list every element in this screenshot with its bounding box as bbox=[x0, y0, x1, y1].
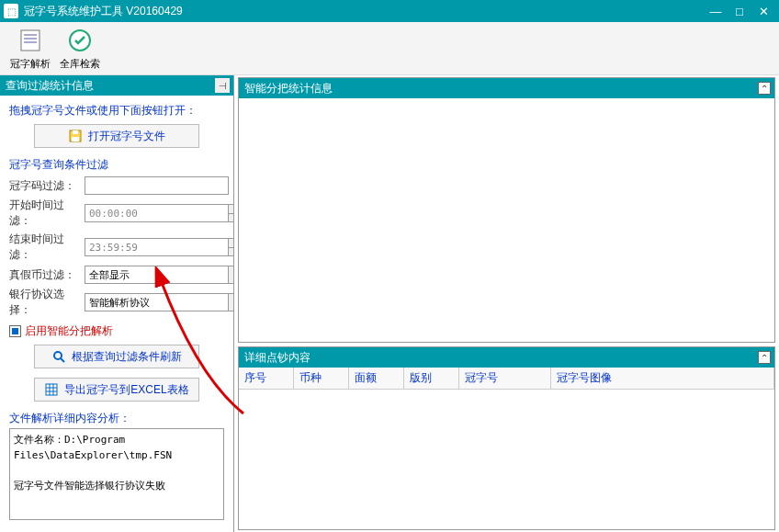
chevron-down-icon[interactable]: ▼ bbox=[229, 293, 233, 311]
analysis-log[interactable]: 文件名称：D:\Program Files\DataExplorer\tmp.F… bbox=[9, 428, 224, 520]
start-time-input[interactable] bbox=[85, 204, 229, 222]
floppy-icon bbox=[68, 129, 83, 143]
filter-panel-title: 查询过滤统计信息 bbox=[6, 78, 94, 94]
code-filter-label: 冠字码过滤： bbox=[9, 178, 85, 194]
svg-rect-1 bbox=[24, 34, 37, 36]
pin-icon[interactable]: ⊣ bbox=[215, 78, 230, 93]
real-filter-label: 真假币过滤： bbox=[9, 267, 85, 283]
app-icon: ⬚ bbox=[4, 4, 18, 18]
start-time-spinner[interactable]: ▲▼ bbox=[229, 204, 233, 222]
smart-stats-body bbox=[239, 98, 774, 342]
search-tool-button[interactable]: 全库检索 bbox=[55, 24, 105, 73]
checkbox-icon bbox=[9, 325, 21, 337]
open-file-label: 打开冠字号文件 bbox=[88, 129, 165, 144]
svg-rect-10 bbox=[46, 384, 57, 395]
detail-table-body bbox=[239, 390, 774, 529]
chevron-down-icon[interactable]: ▼ bbox=[229, 266, 233, 284]
collapse-up-icon[interactable]: ⌃ bbox=[758, 351, 771, 364]
refresh-button[interactable]: 根据查询过滤条件刷新 bbox=[34, 345, 199, 368]
log-line: 冠字号文件智能选择银行协议失败 bbox=[14, 479, 220, 494]
bank-protocol-select[interactable] bbox=[85, 293, 229, 311]
svg-rect-0 bbox=[21, 30, 40, 51]
svg-line-9 bbox=[61, 358, 64, 362]
window-title: 冠字号系统维护工具 V20160429 bbox=[24, 4, 704, 19]
end-time-spinner[interactable]: ▲▼ bbox=[229, 238, 233, 256]
end-time-input[interactable] bbox=[85, 238, 229, 256]
parse-tool-label: 冠字解析 bbox=[10, 57, 51, 71]
svg-rect-6 bbox=[73, 130, 78, 134]
detail-header: 详细点钞内容 ⌃ bbox=[239, 347, 774, 368]
detail-panel: 详细点钞内容 ⌃ 序号 币种 面额 版别 冠字号 冠字号图像 bbox=[238, 346, 775, 530]
open-file-button[interactable]: 打开冠字号文件 bbox=[34, 124, 199, 148]
left-panel: 查询过滤统计信息 ⊣ 拖拽冠字号文件或使用下面按钮打开： 打开冠字号文件 冠字号… bbox=[0, 75, 234, 532]
drag-hint: 拖拽冠字号文件或使用下面按钮打开： bbox=[9, 103, 224, 119]
start-time-label: 开始时间过滤： bbox=[9, 198, 85, 229]
export-label: 导出冠字号到EXCEL表格 bbox=[64, 382, 188, 398]
svg-rect-2 bbox=[24, 38, 37, 40]
smart-parse-label: 启用智能分把解析 bbox=[25, 323, 113, 339]
collapse-up-icon[interactable]: ⌃ bbox=[758, 82, 771, 95]
sheet-icon bbox=[16, 26, 45, 55]
right-panel: 智能分把统计信息 ⌃ 详细点钞内容 ⌃ 序号 币种 面额 版别 冠字号 冠字号图… bbox=[234, 75, 779, 532]
search-tool-label: 全库检索 bbox=[60, 57, 100, 71]
col-image[interactable]: 冠字号图像 bbox=[551, 368, 774, 389]
svg-rect-7 bbox=[72, 137, 79, 141]
smart-stats-header: 智能分把统计信息 ⌃ bbox=[239, 78, 774, 98]
col-index[interactable]: 序号 bbox=[239, 368, 294, 389]
detail-table-header: 序号 币种 面额 版别 冠字号 冠字号图像 bbox=[239, 368, 774, 390]
main-area: 查询过滤统计信息 ⊣ 拖拽冠字号文件或使用下面按钮打开： 打开冠字号文件 冠字号… bbox=[0, 75, 779, 532]
smart-stats-panel: 智能分把统计信息 ⌃ bbox=[238, 77, 775, 343]
code-filter-input[interactable] bbox=[85, 176, 229, 195]
bank-protocol-label: 银行协议选择： bbox=[9, 287, 85, 318]
parse-tool-button[interactable]: 冠字解析 bbox=[6, 24, 55, 73]
smart-stats-title: 智能分把统计信息 bbox=[244, 81, 333, 96]
real-filter-select[interactable] bbox=[85, 266, 229, 284]
col-currency[interactable]: 币种 bbox=[294, 368, 349, 389]
svg-point-8 bbox=[54, 352, 62, 359]
title-bar: ⬚ 冠字号系统维护工具 V20160429 — □ ✕ bbox=[0, 0, 779, 22]
check-badge-icon bbox=[65, 26, 95, 55]
main-toolbar: 冠字解析 全库检索 bbox=[0, 22, 779, 75]
detail-title: 详细点钞内容 bbox=[244, 350, 310, 366]
end-time-label: 结束时间过滤： bbox=[9, 232, 85, 263]
filter-panel-header: 查询过滤统计信息 ⊣ bbox=[0, 75, 233, 96]
svg-rect-3 bbox=[24, 41, 37, 43]
magnifier-icon bbox=[51, 349, 66, 364]
minimize-button[interactable]: — bbox=[704, 2, 728, 20]
close-button[interactable]: ✕ bbox=[751, 2, 775, 20]
smart-parse-checkbox[interactable]: 启用智能分把解析 bbox=[9, 323, 224, 339]
col-crown[interactable]: 冠字号 bbox=[459, 368, 551, 389]
refresh-label: 根据查询过滤条件刷新 bbox=[72, 349, 182, 365]
maximize-button[interactable]: □ bbox=[728, 2, 751, 20]
col-denom[interactable]: 面额 bbox=[349, 368, 404, 389]
filter-panel-body: 拖拽冠字号文件或使用下面按钮打开： 打开冠字号文件 冠字号查询条件过滤 冠字码过… bbox=[0, 96, 233, 527]
grid-icon bbox=[44, 382, 59, 397]
col-edition[interactable]: 版别 bbox=[404, 368, 459, 389]
analysis-title: 文件解析详细内容分析： bbox=[9, 411, 224, 426]
log-line: 文件名称：D:\Program Files\DataExplorer\tmp.F… bbox=[14, 433, 220, 463]
filter-section-title: 冠字号查询条件过滤 bbox=[9, 157, 224, 173]
export-excel-button[interactable]: 导出冠字号到EXCEL表格 bbox=[34, 378, 199, 402]
